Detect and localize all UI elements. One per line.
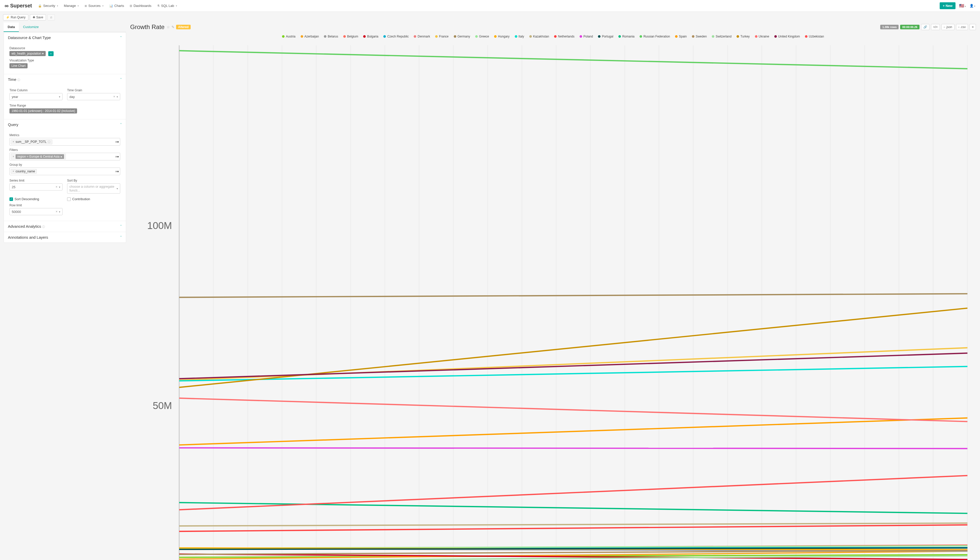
section-header-datasource[interactable]: Datasource & Chart Type˄ [4,32,126,43]
nav-item-charts[interactable]: 📊Charts [109,4,124,8]
legend-item[interactable]: Sweden [692,35,707,38]
svg-text:100M: 100M [147,220,172,231]
chart-area: Growth Rate ☆ ✎ Altered 1.38k rows 00:00… [130,22,977,560]
legend-item[interactable]: Portugal [598,35,613,38]
menu-button[interactable]: ≡ [970,24,976,30]
legend-item[interactable]: Uzbekistan [805,35,824,38]
series-limit-select[interactable]: 25×▾ [10,183,62,190]
nav-right: New 🇺🇸▾ 👤▾ [940,2,975,9]
legend-item[interactable]: Azerbaijan [301,35,319,38]
chevron-down-icon: ▾ [176,5,177,7]
legend-item[interactable]: Austria [282,35,295,38]
add-datasource-button[interactable]: ＋ [48,51,54,56]
section-header-query[interactable]: Query˄ [4,119,126,130]
remove-tag-icon[interactable]: × [12,140,14,143]
legend-item[interactable]: Ukraine [755,35,769,38]
metrics-input[interactable]: ×sum__SP_POP_TOTL ⓘ×▾ [10,138,120,146]
user-menu-icon[interactable]: 👤▾ [970,4,975,8]
plus-icon: ✚ [33,15,35,19]
legend-item[interactable]: Turkey [736,35,749,38]
datasource-chip[interactable]: wb_health_population ▾ [10,51,46,56]
legend-item[interactable]: Bulgaria [363,35,378,38]
time-grain-select[interactable]: day×▾ [67,93,120,100]
remove-tag-icon[interactable]: × [12,155,14,158]
clear-icon[interactable]: × [56,185,57,189]
legend-item[interactable]: Poland [580,35,593,38]
short-url-button[interactable]: ⎚ [47,14,55,20]
swatch-icon [383,35,386,38]
swatch-icon [454,35,456,38]
legend-item[interactable]: Hungary [494,35,509,38]
export-json-button[interactable]: ▫ .json [942,24,955,30]
filters-input[interactable]: ×region = Europe & Central Asia ▸×▾ [10,153,120,160]
svg-line-42 [179,448,968,448]
chevron-down-icon: ▾ [117,95,118,98]
locale-flag-icon[interactable]: 🇺🇸▾ [959,3,966,8]
legend-item[interactable]: Germany [454,35,470,38]
export-csv-button[interactable]: ▫ .csv [956,24,968,30]
time-column-select[interactable]: year▾ [10,93,62,100]
chevron-down-icon: ▾ [57,5,58,7]
run-query-button[interactable]: ⚡Run Query [3,14,28,20]
legend-item[interactable]: Romania [618,35,634,38]
chevron-down-icon: ▾ [59,186,60,188]
legend-item[interactable]: Russian Federation [640,35,670,38]
swatch-icon [554,35,557,38]
swatch-icon [675,35,677,38]
section-annotations: Annotations and Layers˅ [4,232,126,243]
time-range-chip[interactable]: 1960-01-01 (unknown) : 2014-01-02 (inclu… [10,108,77,113]
panel-tabs: Data Customize [3,22,126,32]
swatch-icon [435,35,438,38]
chart-tools: 1.38k rows 00:00:00.26 🔗 </> ▫ .json ▫ .… [880,24,976,30]
clear-icon[interactable]: × [115,155,117,158]
legend-item[interactable]: Czech Republic [383,35,408,38]
legend-item[interactable]: Switzerland [712,35,731,38]
viz-type-chip[interactable]: Line Chart [10,63,28,68]
legend-item[interactable]: Italy [515,35,524,38]
nav-item-manage[interactable]: Manage▾ [64,4,79,8]
swatch-icon [414,35,416,38]
legend-item[interactable]: United Kingdom [774,35,800,38]
section-header-time[interactable]: Time ⓘ˄ [4,74,126,85]
legend-item[interactable]: Netherlands [554,35,574,38]
groupby-input[interactable]: ×country_name×▾ [10,168,120,175]
legend-item[interactable]: France [435,35,448,38]
chart-title: Growth Rate [130,23,165,31]
line-chart[interactable]: 50M100M199119921993199419951996199719981… [130,41,977,560]
sortby-select[interactable]: choose a column or aggregate functi...▾ [67,183,120,193]
edit-icon[interactable]: ✎ [172,25,175,29]
section-header-advanced[interactable]: Advanced Analytics ⓘ˅ [4,221,126,232]
nav-item-dashboards[interactable]: ⊞Dashboards [130,4,151,8]
contribution-checkbox[interactable]: Contribution [67,197,120,201]
sort-desc-checkbox[interactable]: ✓Sort Descending [10,197,62,201]
swatch-icon [301,35,303,38]
section-header-annotations[interactable]: Annotations and Layers˅ [4,232,126,243]
clear-icon[interactable]: × [115,140,117,144]
clear-icon[interactable]: × [113,95,115,98]
clear-icon[interactable]: × [115,170,117,173]
save-button[interactable]: ✚Save [30,14,46,20]
brand[interactable]: ∞ Superset [5,3,32,9]
nav-item-sources[interactable]: ≣Sources▾ [84,4,104,8]
nav-item-sql-lab[interactable]: ⚗SQL Lab▾ [157,4,177,8]
tab-customize[interactable]: Customize [19,22,43,32]
new-button[interactable]: New [940,2,955,9]
legend-item[interactable]: Kazakhstan [529,35,549,38]
svg-text:50M: 50M [152,400,172,411]
remove-tag-icon[interactable]: × [12,170,14,173]
tab-data[interactable]: Data [3,22,19,32]
star-icon[interactable]: ☆ [167,25,170,29]
embed-button[interactable]: </> [931,24,940,30]
legend-item[interactable]: Belgium [343,35,358,38]
legend-item[interactable]: Denmark [414,35,430,38]
nav-item-security[interactable]: 🔒Security▾ [38,4,58,8]
legend-item[interactable]: Belarus [324,35,338,38]
link-button[interactable]: 🔗 [921,24,930,30]
clear-icon[interactable]: × [56,210,57,213]
rowlimit-select[interactable]: 50000×▾ [10,208,62,215]
swatch-icon [618,35,621,38]
legend-item[interactable]: Greece [475,35,489,38]
db-icon: ≣ [84,4,87,8]
legend-item[interactable]: Spain [675,35,687,38]
swatch-icon [282,35,284,38]
